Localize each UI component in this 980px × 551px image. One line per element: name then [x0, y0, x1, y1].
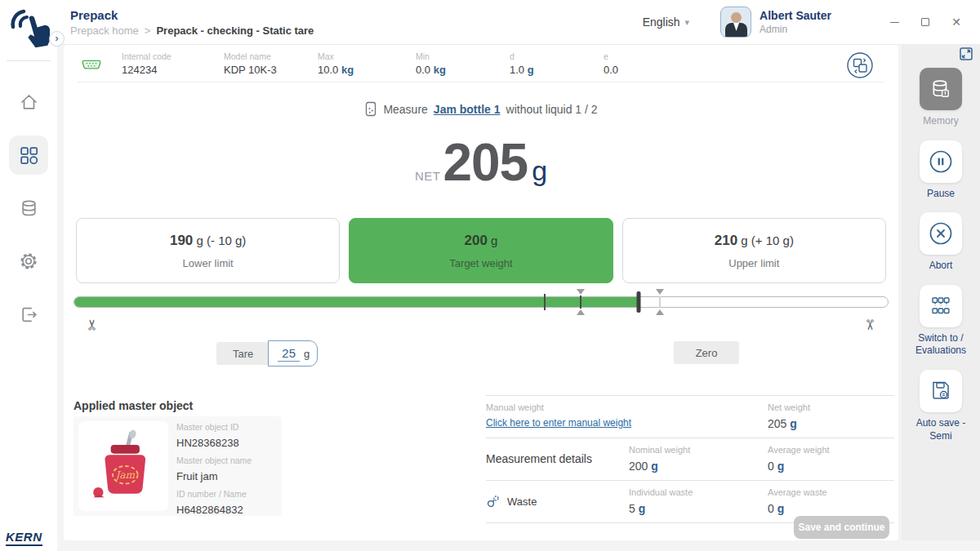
target-weight-box: 200 g Target weight — [349, 218, 612, 283]
maximize-icon — [921, 18, 929, 26]
trim-range-right-button[interactable]: ✂ — [861, 318, 879, 331]
net-value: 205 — [443, 136, 528, 189]
window-controls: ✕ — [889, 16, 962, 28]
measure-prefix: Measure — [383, 103, 427, 116]
rail-items: Memory Pause — [902, 45, 980, 442]
app-logo — [7, 0, 51, 61]
sample-beaker-icon — [364, 101, 377, 117]
pause-button[interactable]: Pause — [905, 140, 977, 201]
fullscreen-button[interactable] — [959, 47, 973, 64]
save-floppy-icon — [929, 380, 952, 402]
home-icon — [20, 93, 38, 111]
breadcrumb: Prepack home > Prepack - checking - Stat… — [70, 24, 314, 37]
tare-button[interactable]: Tare — [216, 342, 270, 365]
svg-text:Jam: Jam — [114, 469, 135, 481]
master-object-card: Jam Master object ID HN28368238 Master o… — [74, 416, 282, 516]
top-bar: Prepack Prepack home > Prepack - checkin… — [57, 0, 980, 45]
tare-unit: g — [304, 348, 310, 360]
master-object-id-number: H6482864832 — [176, 504, 252, 516]
net-label: NET — [415, 169, 441, 183]
weight-gauge — [74, 296, 889, 308]
expand-icon — [959, 47, 973, 61]
gauge-current-weight-marker — [637, 291, 641, 313]
close-button[interactable]: ✕ — [951, 16, 962, 28]
auto-save-semi-button[interactable]: Auto save - Semi — [905, 370, 977, 442]
scale-field-min: Min 0.0 kg — [416, 51, 510, 76]
scale-field-internal-code: Internal code 124234 — [122, 51, 224, 76]
abort-button[interactable]: Abort — [905, 212, 977, 273]
breadcrumb-separator-icon: > — [145, 24, 151, 37]
tare-control: Tare 25 g — [216, 340, 318, 367]
switch-scale-icon — [846, 51, 874, 79]
zero-button[interactable]: Zero — [674, 341, 739, 364]
page-title: Prepack — [70, 8, 314, 22]
user-name: Albert Sauter — [760, 9, 831, 22]
gauge-tick-marker — [544, 294, 546, 310]
master-object-image: Jam — [78, 421, 168, 511]
net-weight-display: NET 205 g — [64, 136, 898, 189]
divider — [78, 82, 884, 82]
measure-instruction: Measure Jam bottle 1 without liquid 1 / … — [64, 101, 898, 117]
gauge-lower-limit-marker — [577, 289, 585, 315]
measurement-details-row: Measurement details Nominal weight 200g … — [486, 438, 894, 481]
scissors-icon: ✂ — [862, 318, 878, 331]
memory-button[interactable]: Memory — [905, 68, 977, 128]
manual-weight-row: Manual weight Click here to enter manual… — [486, 395, 894, 438]
pause-icon — [929, 149, 953, 174]
master-object-name: Fruit jam — [176, 470, 252, 482]
user-role: Admin — [760, 24, 831, 35]
main-nav — [0, 82, 57, 334]
language-selector[interactable]: English ▾ — [643, 16, 689, 29]
upper-limit-label: Upper limit — [728, 257, 779, 269]
database-icon — [20, 199, 38, 218]
close-icon: ✕ — [951, 16, 961, 28]
topbar-right: English ▾ Albert Sauter Admin ✕ — [643, 7, 980, 38]
master-object-heading: Applied master object — [74, 399, 193, 412]
gear-icon — [19, 251, 38, 271]
scale-field-e: e 0.0 — [604, 51, 685, 76]
nav-logout[interactable] — [9, 295, 48, 334]
title-block: Prepack Prepack home > Prepack - checkin… — [70, 8, 314, 37]
breadcrumb-home[interactable]: Prepack home — [70, 24, 139, 37]
master-object-fields: Master object ID HN28368238 Master objec… — [176, 422, 252, 518]
breadcrumb-current: Prepack - checking - Static tare — [156, 24, 314, 37]
logout-icon — [20, 305, 38, 324]
waste-icon — [486, 494, 501, 509]
user-avatar[interactable] — [720, 7, 751, 38]
save-and-continue-button[interactable]: Save and continue — [794, 516, 889, 539]
limits-row: 190 g (- 10 g) Lower limit 200 g Target … — [76, 218, 886, 283]
sidebar-expand-button[interactable]: › — [49, 31, 65, 47]
nav-home[interactable] — [9, 82, 48, 122]
lower-limit-label: Lower limit — [183, 257, 234, 269]
tare-value: 25 — [278, 346, 300, 362]
switch-to-evaluations-button[interactable]: Switch to / Evaluations — [905, 285, 977, 358]
memory-database-icon — [930, 78, 951, 100]
trim-range-left-button[interactable]: ✂ — [83, 318, 101, 331]
maximize-button[interactable] — [920, 16, 931, 28]
upper-limit-box: 210 g (+ 10 g) Upper limit — [622, 218, 886, 283]
measure-object-link[interactable]: Jam bottle 1 — [434, 103, 501, 116]
scale-field-model-name: Model name KDP 10K-3 — [224, 51, 318, 76]
target-weight-label: Target weight — [449, 257, 512, 269]
abort-cross-icon — [929, 221, 953, 246]
minimize-button[interactable] — [889, 16, 900, 28]
apps-grid-icon — [19, 145, 39, 166]
language-label: English — [643, 16, 680, 29]
master-object-id: HN28368238 — [176, 437, 252, 449]
main-area: Internal code 124234 Model name KDP 10K-… — [57, 45, 980, 551]
gauge-upper-limit-marker — [656, 289, 664, 315]
tare-value-field[interactable]: 25 g — [268, 340, 318, 367]
evaluations-icon — [929, 295, 952, 318]
net-unit: g — [532, 155, 547, 187]
enter-manual-weight-link[interactable]: Click here to enter manual weight — [486, 417, 768, 429]
switch-scale-button[interactable] — [846, 51, 874, 82]
nav-settings[interactable] — [9, 242, 48, 281]
nav-database[interactable] — [9, 189, 48, 228]
nav-applications[interactable] — [9, 136, 48, 175]
user-info[interactable]: Albert Sauter Admin — [760, 9, 831, 35]
lower-limit-box: 190 g (- 10 g) Lower limit — [76, 218, 340, 283]
scissors-icon: ✂ — [84, 318, 100, 331]
jam-jar-illustration: Jam — [86, 429, 161, 504]
measurement-details-table: Manual weight Click here to enter manual… — [486, 395, 894, 523]
touch-gesture-logo-icon — [7, 5, 50, 52]
